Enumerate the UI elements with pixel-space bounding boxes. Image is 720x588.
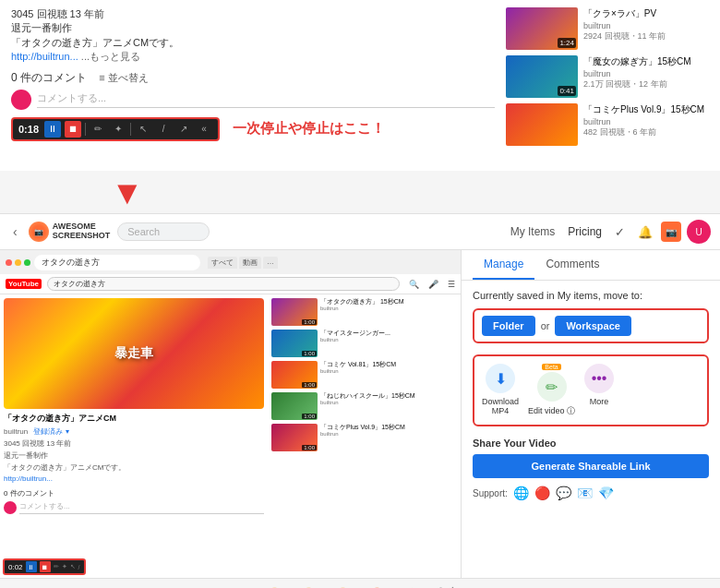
yt-sv-title: 「コミケ Vol.81」15秒CM: [320, 361, 457, 368]
pause-button[interactable]: ⏸: [44, 121, 61, 138]
url-bar[interactable]: オタクの逝き方: [34, 255, 200, 270]
search-input[interactable]: Search: [117, 222, 210, 241]
duration-badge: 1:00: [302, 414, 317, 419]
yt-search-icon[interactable]: 🔍: [409, 280, 419, 289]
yt-video-thumbnail[interactable]: 暴走車: [4, 298, 264, 409]
video-meta-small: builtrun2924 回視聴・11 年前: [583, 21, 709, 42]
yt-toolbar-time: 0:02: [8, 563, 23, 571]
cursor-button[interactable]: ↖: [135, 121, 151, 138]
list-item[interactable]: 1:00 「コミケ Vol.81」15秒CM builtrun: [271, 361, 457, 389]
support-icon-3[interactable]: 💬: [556, 486, 571, 500]
yt-sv-meta: builtrun: [320, 400, 457, 405]
yt-draw-icon[interactable]: ✏: [54, 563, 59, 570]
list-item[interactable]: 0:41 「魔女の嫁ぎ方」15秒CM builtrun2.1万 回視聴・12 年…: [506, 55, 709, 98]
video-toolbar: 0:18 ⏸ ⏹ ✏ ✦ ↖ /: [11, 117, 220, 141]
pause-icon: ⏸: [48, 124, 57, 134]
yt-sv-title: 「コミケPlus Vol.9」15秒CM: [320, 424, 457, 431]
yt-highlight-icon[interactable]: ✦: [62, 563, 67, 570]
cursor-icon: ↖: [139, 124, 147, 134]
user-avatar[interactable]: U: [687, 220, 711, 244]
more-action[interactable]: ••• More: [584, 364, 614, 417]
highlight-icon: ✦: [114, 124, 122, 134]
support-icon-1[interactable]: 🌐: [513, 486, 529, 500]
share-title: Share Your Video: [473, 438, 709, 449]
nav-links: My Items Pricing: [510, 225, 602, 238]
yt-line-icon[interactable]: /: [78, 564, 80, 570]
emoji-bar: 😊 😍 😢 😡 👍 🏁: [0, 578, 720, 588]
yt-sv-meta: builtrun: [320, 337, 457, 342]
yt-comments: 0 件のコメント コメントする...: [4, 488, 264, 514]
support-icon-2[interactable]: 🔴: [534, 486, 550, 500]
yt-mic-icon[interactable]: 🎤: [428, 280, 438, 289]
video-title: 「魔女の嫁ぎ方」15秒CM: [583, 55, 709, 67]
list-item[interactable]: 1:00 「マイスタージンガー... builtrun: [271, 330, 457, 357]
yt-toolbar-bottom: 0:02 ⏸ ⏹ ✏ ✦ ↖ /: [3, 558, 86, 575]
back-button[interactable]: ‹: [9, 222, 21, 241]
yt-link[interactable]: http://builtrun...: [4, 474, 264, 483]
collapse-button[interactable]: «: [196, 121, 212, 138]
line-button[interactable]: /: [155, 121, 172, 138]
tab[interactable]: すべて: [208, 257, 237, 269]
stop-button[interactable]: ⏹: [65, 121, 81, 138]
support-row: Support: 🌐 🔴 💬 📧 💎: [473, 486, 709, 500]
yt-cursor-icon[interactable]: ↖: [70, 563, 76, 570]
yt-menu-icon[interactable]: ☰: [448, 280, 455, 289]
tab-manage[interactable]: Manage: [473, 250, 534, 280]
avatar: [11, 90, 31, 110]
min-dot[interactable]: [15, 259, 21, 266]
draw-button[interactable]: ✏: [90, 121, 106, 138]
yt-avatar: [4, 501, 17, 514]
sidebar-video-list: 1:24 「クラ×ラバ」PV builtrun2924 回視聴・11 年前 0:…: [506, 7, 709, 171]
close-dot[interactable]: [6, 259, 12, 266]
arrow-draw-button[interactable]: ↗: [175, 121, 192, 138]
edit-action[interactable]: Beta ✏ Edit video ⓘ: [528, 364, 575, 417]
support-icon-4[interactable]: 📧: [577, 486, 593, 500]
more-link[interactable]: ...もっと見る: [81, 51, 140, 62]
checkmark-icon[interactable]: ✓: [609, 222, 630, 242]
list-item[interactable]: 「コミケPlus Vol.9」15秒CM builtrun482 回視聴・6 年…: [506, 103, 709, 146]
list-item[interactable]: 1:00 「オタクの逝き方」 15秒CM builtrun: [271, 298, 457, 326]
yt-sv-title: 「ねじれハイスクール」15秒CM: [320, 392, 457, 400]
list-item[interactable]: 1:24 「クラ×ラバ」PV builtrun2924 回視聴・11 年前: [506, 7, 709, 50]
video-link[interactable]: http://builtrun...: [11, 51, 78, 62]
panel-tabs: Manage Comments: [462, 250, 720, 281]
yt-comment-field[interactable]: コメントする...: [19, 501, 264, 514]
browser-chrome: オタクの逝き方 すべて 動画 …: [0, 250, 461, 274]
folder-button[interactable]: Folder: [482, 316, 535, 336]
video-title: 「クラ×ラバ」PV: [583, 7, 709, 19]
download-action[interactable]: ⬇ DownloadMP4: [482, 364, 519, 417]
pricing-link[interactable]: Pricing: [568, 225, 602, 238]
generate-link-button[interactable]: Generate Shareable Link: [473, 454, 709, 478]
list-item[interactable]: 1:00 「コミケPlus Vol.9」15秒CM builtrun: [271, 424, 457, 451]
yt-comment-input: コメントする...: [4, 501, 264, 514]
yt-stop-btn[interactable]: ⏹: [40, 561, 51, 572]
camera-icon[interactable]: 📷: [661, 222, 681, 242]
youtube-content: YouTube オタクの逝き方 🔍 🎤 ☰ 暴走車 「オタクの逝き方」アニメCM…: [0, 274, 461, 578]
my-items-link[interactable]: My Items: [510, 225, 556, 238]
edit-icon: ✏: [537, 372, 567, 402]
extension-toolbar: ‹ 📷 AWESOME SCREENSHOT Search My Items P…: [0, 213, 720, 250]
support-icon-5[interactable]: 💎: [598, 486, 614, 500]
tab[interactable]: …: [263, 257, 278, 269]
tab-comments[interactable]: Comments: [534, 250, 610, 280]
yt-sv-thumbnail: 1:00: [271, 298, 318, 326]
bell-icon[interactable]: 🔔: [635, 222, 655, 242]
subscribe-btn[interactable]: 登録済み ▾: [33, 427, 68, 436]
yt-pause-btn[interactable]: ⏸: [26, 561, 37, 572]
video-meta-small: builtrun482 回視聴・6 年前: [583, 117, 709, 138]
thumb-overlay-text: 暴走車: [114, 345, 153, 362]
toolbar-time: 0:18: [18, 124, 39, 135]
highlight-button[interactable]: ✦: [110, 121, 126, 138]
duration-badge: 1:00: [302, 382, 317, 388]
more-icon: •••: [584, 364, 614, 393]
workspace-button[interactable]: Workspace: [555, 316, 631, 336]
max-dot[interactable]: [24, 259, 30, 266]
panel-body: Currently saved in My items, move to: Fo…: [462, 281, 720, 578]
youtube-logo: YouTube: [6, 279, 42, 289]
tab[interactable]: 動画: [239, 257, 261, 269]
yt-search[interactable]: オタクの逝き方: [47, 277, 400, 291]
comment-input[interactable]: コメントする...: [37, 91, 495, 108]
download-label: DownloadMP4: [482, 397, 519, 415]
video-meta: 3045 回視聴 13 年前 退元一番制作 「オタクの逝き方」アニメCMです。 …: [11, 7, 495, 65]
list-item[interactable]: 1:00 「ねじれハイスクール」15秒CM builtrun: [271, 392, 457, 420]
